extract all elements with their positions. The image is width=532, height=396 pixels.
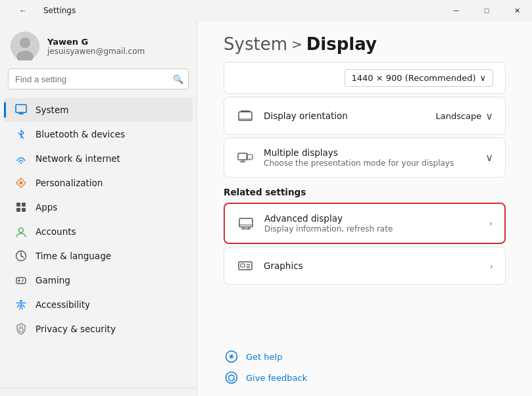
- svg-point-20: [22, 281, 23, 282]
- orientation-icon: [236, 107, 254, 125]
- related-settings-label: Related settings: [224, 187, 506, 197]
- sidebar-item-label-bluetooth: Bluetooth & devices: [36, 129, 125, 139]
- sidebar-item-gaming[interactable]: Gaming: [4, 268, 193, 292]
- sidebar-item-apps[interactable]: Apps: [4, 195, 193, 219]
- sidebar-item-label-system: System: [36, 105, 68, 115]
- svg-point-44: [230, 355, 233, 358]
- advanced-display-row[interactable]: Advanced display Display information, re…: [225, 204, 504, 243]
- sidebar-item-network[interactable]: Network & internet: [4, 147, 193, 170]
- get-help-label: Get help: [246, 352, 282, 362]
- system-icon: [14, 103, 28, 116]
- sidebar-item-personalization[interactable]: Personalization: [4, 171, 193, 195]
- svg-rect-11: [22, 208, 26, 212]
- gaming-icon: [14, 274, 28, 287]
- orientation-card: Display orientation Landscape ∨: [224, 97, 506, 135]
- privacy-icon: [14, 322, 28, 335]
- svg-rect-9: [22, 203, 26, 207]
- sidebar-item-system[interactable]: System: [4, 98, 193, 122]
- maximize-button[interactable]: □: [472, 0, 502, 21]
- svg-point-21: [20, 300, 22, 303]
- multiple-displays-title: Multiple displays: [264, 147, 485, 158]
- give-feedback-icon: [224, 370, 239, 385]
- sidebar-item-privacy[interactable]: Privacy & security: [4, 317, 193, 341]
- svg-point-6: [20, 162, 22, 164]
- graphics-title: Graphics: [264, 260, 490, 271]
- sidebar-item-bluetooth[interactable]: Bluetooth & devices: [4, 122, 193, 146]
- sidebar-item-label-apps: Apps: [36, 202, 57, 212]
- sidebar-item-accessibility[interactable]: Accessibility: [4, 293, 193, 316]
- sidebar-item-label-privacy: Privacy & security: [36, 324, 116, 334]
- svg-rect-25: [241, 111, 250, 112]
- advanced-display-title: Advanced display: [264, 213, 489, 224]
- multiple-displays-card: Multiple displays Choose the presentatio…: [224, 137, 506, 178]
- orientation-chevron-icon: ∨: [485, 110, 493, 122]
- multiple-displays-row[interactable]: Multiple displays Choose the presentatio…: [224, 138, 505, 177]
- resolution-dropdown[interactable]: 1440 × 900 (Recommended) ∨: [345, 69, 493, 87]
- multiple-displays-icon: [236, 149, 254, 167]
- graphics-chevron-icon: ›: [490, 261, 493, 271]
- advanced-display-action: ›: [489, 218, 493, 228]
- sidebar-item-label-accessibility: Accessibility: [36, 299, 90, 310]
- search-input[interactable]: [8, 68, 189, 89]
- user-name: Yawen G: [47, 37, 145, 47]
- svg-point-19: [22, 280, 24, 281]
- resolution-row: 1440 × 900 (Recommended) ∨: [224, 62, 506, 94]
- advanced-display-content: Advanced display Display information, re…: [264, 213, 489, 234]
- graphics-action: ›: [490, 261, 493, 271]
- minimize-button[interactable]: ─: [441, 0, 472, 21]
- sidebar-bottom: [0, 387, 197, 396]
- svg-point-45: [226, 372, 237, 384]
- orientation-row[interactable]: Display orientation Landscape ∨: [224, 97, 505, 134]
- main-content: System > Display 1440 × 900 (Recommended…: [197, 21, 532, 396]
- svg-point-7: [20, 182, 23, 185]
- svg-rect-10: [16, 208, 20, 212]
- multiple-displays-chevron-icon: ∨: [485, 151, 493, 164]
- graphics-icon: [236, 257, 254, 275]
- accounts-icon: [14, 225, 28, 238]
- svg-rect-8: [16, 203, 20, 207]
- svg-rect-38: [241, 264, 245, 267]
- sidebar-item-accounts[interactable]: Accounts: [4, 220, 193, 243]
- orientation-action: Landscape ∨: [435, 110, 493, 122]
- accessibility-icon: [14, 298, 28, 311]
- titlebar-title: Settings: [43, 6, 76, 15]
- content-body: 1440 × 900 (Recommended) ∨ Display: [197, 59, 532, 341]
- breadcrumb-current: Display: [306, 34, 377, 54]
- resolution-value: 1440 × 900 (Recommended): [352, 73, 476, 83]
- get-help-icon: [224, 349, 239, 364]
- advanced-display-card: Advanced display Display information, re…: [224, 203, 506, 244]
- back-button[interactable]: ←: [8, 0, 38, 21]
- give-feedback-link[interactable]: Give feedback: [224, 370, 506, 385]
- sidebar-item-label-time: Time & language: [36, 251, 111, 261]
- multiple-displays-content: Multiple displays Choose the presentatio…: [264, 147, 485, 168]
- advanced-display-subtitle: Display information, refresh rate: [264, 224, 489, 234]
- breadcrumb-parent: System: [224, 34, 287, 54]
- get-help-link[interactable]: Get help: [224, 349, 506, 364]
- svg-point-1: [20, 37, 30, 48]
- svg-rect-23: [19, 328, 23, 332]
- multiple-displays-action: ∨: [485, 151, 493, 164]
- sidebar-item-label-personalization: Personalization: [36, 178, 103, 188]
- orientation-title: Display orientation: [264, 111, 435, 121]
- user-profile[interactable]: Yawen G jesuisyawen@gmail.com: [0, 21, 197, 68]
- svg-rect-3: [16, 105, 26, 112]
- titlebar: ← Settings ─ □ ✕: [0, 0, 532, 21]
- search-box: 🔍: [8, 68, 189, 89]
- close-button[interactable]: ✕: [502, 0, 532, 21]
- app-body: Yawen G jesuisyawen@gmail.com 🔍 System B…: [0, 21, 532, 396]
- graphics-card: Graphics ›: [224, 247, 506, 285]
- user-email: jesuisyawen@gmail.com: [47, 47, 145, 56]
- orientation-content: Display orientation: [264, 111, 435, 121]
- resolution-chevron-icon: ∨: [479, 73, 486, 83]
- apps-icon: [14, 201, 28, 214]
- sidebar: Yawen G jesuisyawen@gmail.com 🔍 System B…: [0, 21, 197, 396]
- advanced-display-chevron-icon: ›: [489, 218, 493, 228]
- network-icon: [14, 152, 28, 165]
- sidebar-item-label-network: Network & internet: [36, 153, 120, 164]
- nav-list: System Bluetooth & devices Network & int…: [0, 95, 197, 387]
- svg-rect-27: [238, 153, 247, 160]
- sidebar-item-time[interactable]: Time & language: [4, 244, 193, 268]
- avatar: [11, 32, 39, 61]
- graphics-row[interactable]: Graphics ›: [224, 247, 505, 284]
- orientation-value: Landscape: [435, 111, 481, 121]
